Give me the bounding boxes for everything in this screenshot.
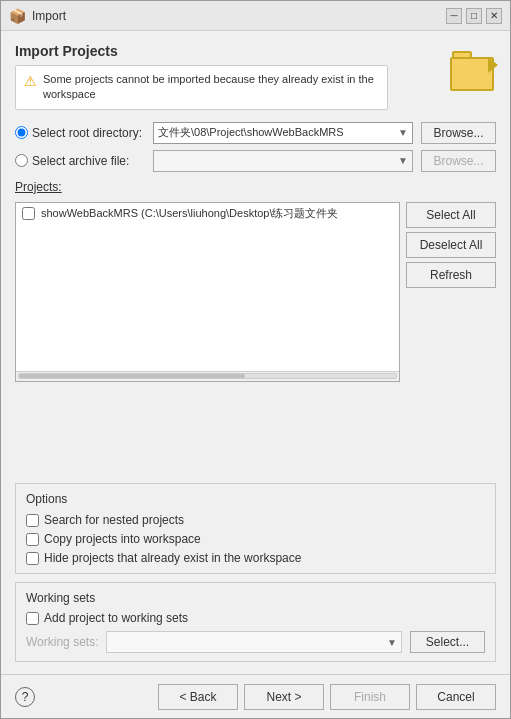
working-sets-arrow-icon: ▼ (385, 637, 397, 648)
options-title: Options (26, 492, 485, 506)
header-area: Import Projects ⚠ Some projects cannot b… (15, 43, 496, 110)
root-directory-combo[interactable]: 文件夹\08\Project\showWebBackMRS ▼ (153, 122, 413, 144)
select-all-button[interactable]: Select All (406, 202, 496, 228)
close-button[interactable]: ✕ (486, 8, 502, 24)
working-sets-title: Working sets (26, 591, 485, 605)
form-section: Select root directory: 文件夹\08\Project\sh… (15, 122, 496, 172)
scrollbar-thumb (19, 374, 245, 378)
search-nested-label: Search for nested projects (44, 513, 184, 527)
projects-list: showWebBackMRS (C:\Users\liuhong\Desktop… (16, 203, 399, 371)
folder-image (448, 43, 496, 91)
refresh-button[interactable]: Refresh (406, 262, 496, 288)
list-item[interactable]: showWebBackMRS (C:\Users\liuhong\Desktop… (16, 203, 399, 224)
warning-box: ⚠ Some projects cannot be imported becau… (15, 65, 388, 110)
root-directory-radio[interactable] (15, 126, 28, 139)
search-nested-checkbox-row[interactable]: Search for nested projects (26, 513, 485, 527)
scrollbar-track (18, 373, 397, 379)
project-checkbox[interactable] (22, 207, 35, 220)
add-to-working-sets-checkbox[interactable] (26, 612, 39, 625)
title-bar: 📦 Import ─ □ ✕ (1, 1, 510, 31)
add-to-working-sets-label: Add project to working sets (44, 611, 188, 625)
import-dialog: 📦 Import ─ □ ✕ Import Projects ⚠ Some pr… (0, 0, 511, 719)
warning-icon: ⚠ (24, 73, 37, 89)
working-sets-combo: ▼ (106, 631, 402, 653)
hide-projects-label: Hide projects that already exist in the … (44, 551, 301, 565)
nav-buttons: < Back Next > Finish Cancel (158, 684, 496, 710)
hide-projects-checkbox-row[interactable]: Hide projects that already exist in the … (26, 551, 485, 565)
root-directory-label: Select root directory: (32, 126, 142, 140)
projects-label: Projects: (15, 180, 62, 194)
next-button[interactable]: Next > (244, 684, 324, 710)
minimize-button[interactable]: ─ (446, 8, 462, 24)
finish-button[interactable]: Finish (330, 684, 410, 710)
window-controls: ─ □ ✕ (446, 8, 502, 24)
working-sets-group: Working sets Add project to working sets… (15, 582, 496, 662)
hide-projects-checkbox[interactable] (26, 552, 39, 565)
working-sets-row: Working sets: ▼ Select... (26, 631, 485, 653)
back-button[interactable]: < Back (158, 684, 238, 710)
root-directory-row: Select root directory: 文件夹\08\Project\sh… (15, 122, 496, 144)
horizontal-scrollbar[interactable] (16, 371, 399, 381)
help-button[interactable]: ? (15, 687, 35, 707)
combo-arrow-icon: ▼ (396, 127, 408, 138)
copy-projects-label: Copy projects into workspace (44, 532, 201, 546)
bottom-bar: ? < Back Next > Finish Cancel (1, 674, 510, 718)
archive-file-radio[interactable] (15, 154, 28, 167)
side-buttons: Select All Deselect All Refresh (406, 202, 496, 475)
archive-file-row: Select archive file: ▼ Browse... (15, 150, 496, 172)
projects-section-label: Projects: (15, 180, 496, 194)
archive-combo-arrow-icon: ▼ (396, 155, 408, 166)
page-title: Import Projects (15, 43, 448, 59)
add-to-working-sets-row[interactable]: Add project to working sets (26, 611, 485, 625)
copy-projects-checkbox-row[interactable]: Copy projects into workspace (26, 532, 485, 546)
archive-browse-button[interactable]: Browse... (421, 150, 496, 172)
projects-area: showWebBackMRS (C:\Users\liuhong\Desktop… (15, 202, 496, 475)
archive-file-combo: ▼ (153, 150, 413, 172)
dialog-content: Import Projects ⚠ Some projects cannot b… (1, 31, 510, 674)
copy-projects-checkbox[interactable] (26, 533, 39, 546)
root-browse-button[interactable]: Browse... (421, 122, 496, 144)
archive-file-label: Select archive file: (32, 154, 129, 168)
options-group: Options Search for nested projects Copy … (15, 483, 496, 574)
maximize-button[interactable]: □ (466, 8, 482, 24)
root-directory-path: 文件夹\08\Project\showWebBackMRS (158, 125, 396, 140)
root-directory-radio-label[interactable]: Select root directory: (15, 126, 145, 140)
cancel-button[interactable]: Cancel (416, 684, 496, 710)
working-sets-select-button[interactable]: Select... (410, 631, 485, 653)
projects-list-container[interactable]: showWebBackMRS (C:\Users\liuhong\Desktop… (15, 202, 400, 382)
window-title: Import (32, 9, 66, 23)
warning-text: Some projects cannot be imported because… (43, 72, 379, 103)
window-icon: 📦 (9, 8, 26, 24)
working-sets-field-label: Working sets: (26, 635, 98, 649)
search-nested-checkbox[interactable] (26, 514, 39, 527)
archive-file-radio-label[interactable]: Select archive file: (15, 154, 145, 168)
deselect-all-button[interactable]: Deselect All (406, 232, 496, 258)
project-name: showWebBackMRS (C:\Users\liuhong\Desktop… (41, 206, 339, 221)
